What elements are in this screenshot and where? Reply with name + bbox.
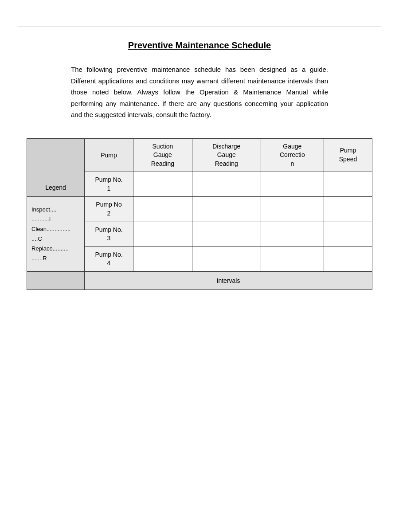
pump2-row: Inspect...............IClean............… [27, 197, 372, 222]
pump3-label: Pump No.3 [85, 222, 133, 246]
legend-header-cell: Legend [27, 138, 85, 197]
pump3-data-0 [133, 222, 192, 246]
title-section: Preventive Maintenance Schedule [18, 40, 381, 51]
pump-col-header: Pump [85, 138, 133, 172]
top-rule [18, 27, 381, 27]
pump1-data-2 [261, 172, 324, 197]
pump1-data-0 [133, 172, 192, 197]
pump2-data-0 [133, 197, 192, 222]
pump4-data-2 [261, 246, 324, 271]
pump3-data-1 [192, 222, 261, 246]
maintenance-table: LegendPumpSuctionGaugeReadingDischargeGa… [27, 138, 372, 290]
table-container: LegendPumpSuctionGaugeReadingDischargeGa… [27, 138, 372, 290]
pump4-data-3 [324, 246, 372, 271]
discharge-header: DischargeGaugeReading [192, 138, 261, 172]
legend-end-cell [27, 272, 85, 290]
intervals-cell: Intervals [85, 272, 372, 290]
pump1-data-3 [324, 172, 372, 197]
pump1-data-1 [192, 172, 261, 197]
intro-paragraph: The following preventive maintenance sch… [71, 64, 328, 121]
pump4-data-1 [192, 246, 261, 271]
pump2-data-3 [324, 197, 372, 222]
legend-items-cell: Inspect...............IClean............… [27, 197, 85, 272]
pump3-data-2 [261, 222, 324, 246]
page-container: Preventive Maintenance Schedule The foll… [0, 27, 399, 532]
intervals-row: Intervals [27, 272, 372, 290]
pump4-label: Pump No.4 [85, 246, 133, 271]
pump1-label: Pump No.1 [85, 172, 133, 197]
page-title: Preventive Maintenance Schedule [128, 40, 271, 50]
header-row: LegendPumpSuctionGaugeReadingDischargeGa… [27, 138, 372, 172]
pump3-data-3 [324, 222, 372, 246]
pump2-data-2 [261, 197, 324, 222]
pump-speed-header: PumpSpeed [324, 138, 372, 172]
gauge-correction-header: GaugeCorrection [261, 138, 324, 172]
pump2-data-1 [192, 197, 261, 222]
suction-header: SuctionGaugeReading [133, 138, 192, 172]
pump2-label: Pump No2 [85, 197, 133, 222]
pump4-data-0 [133, 246, 192, 271]
